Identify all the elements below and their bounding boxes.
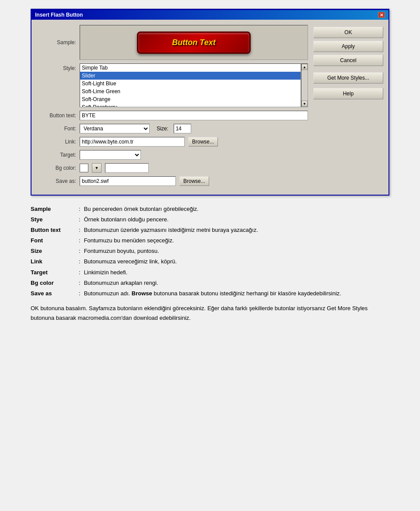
desc-term-font: Font <box>31 236 79 245</box>
save-as-browse-button[interactable]: Browse... <box>179 176 209 186</box>
desc-target: Target : Linkimizin hedefi. <box>31 268 389 277</box>
style-item-soft-light-blue[interactable]: Soft-Light Blue <box>80 80 301 88</box>
sample-row: Sample: Button Text <box>37 25 308 60</box>
desc-term-button-text: Button text <box>31 225 79 235</box>
desc-def-button-text: Butonumuzun üzeride yazmasını istediğimi… <box>84 225 389 235</box>
color-dropdown-button[interactable]: ▼ <box>92 163 102 173</box>
desc-def-bg-color: Butonumuzun arkaplan rengi. <box>84 278 389 288</box>
desc-def-save-as: Butonumuzun adı. Browse butonuna basarak… <box>84 289 389 298</box>
link-browse-button[interactable]: Browse... <box>188 137 218 147</box>
dialog-body: Sample: Button Text Style: Simple Tab Sl… <box>32 20 388 195</box>
desc-colon-save-as: : <box>79 289 80 298</box>
bg-color-label: Bg color: <box>37 165 76 171</box>
save-as-row: Save as: Browse... <box>37 176 308 186</box>
close-button[interactable]: ✕ <box>378 12 385 18</box>
style-scrollbar[interactable]: ▲ ▼ <box>301 63 308 107</box>
desc-def-target: Linkimizin hedefi. <box>84 268 389 277</box>
desc-def-size: Fontumuzun boyutu, puntosu. <box>84 246 389 256</box>
desc-colon-target: : <box>79 268 80 277</box>
desc-def-stye: Örnek butonların olduğu pencere. <box>84 215 389 224</box>
style-item-slider[interactable]: Slider <box>80 72 301 80</box>
desc-term-sample: Sample <box>31 204 79 214</box>
preview-button-text: Button Text <box>172 38 215 47</box>
sample-label: Sample: <box>37 39 76 46</box>
desc-term-bg-color: Bg color <box>31 278 79 288</box>
desc-button-text: Button text : Butonumuzun üzeride yazmas… <box>31 225 389 235</box>
cancel-button[interactable]: Cancel <box>313 55 383 66</box>
font-label: Font: <box>37 126 76 132</box>
style-list-inner: Simple Tab Slider Soft-Light Blue Soft-L… <box>80 64 301 107</box>
style-listbox[interactable]: Simple Tab Slider Soft-Light Blue Soft-L… <box>80 63 301 107</box>
style-item-simple-tab[interactable]: Simple Tab <box>80 64 301 72</box>
style-item-soft-orange[interactable]: Soft-Orange <box>80 95 301 103</box>
desc-term-stye: Stye <box>31 215 79 224</box>
get-more-styles-button[interactable]: Get More Styles... <box>313 72 383 84</box>
dialog-titlebar: Insert Flash Button ✕ <box>32 10 388 20</box>
style-item-soft-lime-green[interactable]: Soft-Lime Green <box>80 88 301 95</box>
size-input[interactable] <box>174 124 191 133</box>
desc-term-link: Link <box>31 257 79 266</box>
desc-colon-link: : <box>79 257 80 266</box>
size-label: Size: <box>157 126 168 132</box>
desc-def-sample: Bu pencereden örnek butonları görebilece… <box>84 204 389 214</box>
scroll-down-arrow[interactable]: ▼ <box>301 101 308 107</box>
desc-term-save-as: Save as <box>31 289 79 298</box>
font-row: Font: Verdana Arial Times New Roman Size… <box>37 124 308 133</box>
desc-colon-size: : <box>79 246 80 256</box>
apply-button[interactable]: Apply <box>313 41 383 52</box>
font-select[interactable]: Verdana Arial Times New Roman <box>80 124 150 133</box>
dialog-left-panel: Sample: Button Text Style: Simple Tab Sl… <box>37 25 308 189</box>
save-as-input[interactable] <box>80 176 176 186</box>
desc-colon-sample: : <box>79 204 80 214</box>
desc-stye: Stye : Örnek butonların olduğu pencere. <box>31 215 389 224</box>
save-as-label: Save as: <box>37 178 76 184</box>
style-row: Style: Simple Tab Slider Soft-Light Blue… <box>37 63 308 107</box>
footer-paragraph: OK butonuna basalım. Sayfamıza butonları… <box>31 304 389 323</box>
scroll-up-arrow[interactable]: ▲ <box>301 64 308 70</box>
ok-button[interactable]: OK <box>313 27 383 38</box>
button-text-row: Button text: <box>37 111 308 120</box>
style-label: Style: <box>37 63 76 71</box>
color-swatch[interactable] <box>80 164 88 172</box>
desc-bg-color: Bg color : Butonumuzun arkaplan rengi. <box>31 278 389 288</box>
desc-link: Link : Butonumuza vereceğimiz link, köpr… <box>31 257 389 266</box>
button-text-input[interactable] <box>80 111 308 120</box>
desc-sample: Sample : Bu pencereden örnek butonları g… <box>31 204 389 214</box>
desc-colon-stye: : <box>79 215 80 224</box>
desc-term-size: Size <box>31 246 79 256</box>
desc-term-target: Target <box>31 268 79 277</box>
browse-bold: Browse <box>132 290 152 297</box>
desc-font: Font : Fontumuzu bu menüden seçeceğiz. <box>31 236 389 245</box>
target-row: Target: _blank _self _parent _top <box>37 150 308 160</box>
bg-color-row: Bg color: ▼ <box>37 163 308 173</box>
help-button[interactable]: Help <box>313 88 383 99</box>
desc-size: Size : Fontumuzun boyutu, puntosu. <box>31 246 389 256</box>
desc-save-as: Save as : Butonumuzun adı. Browse butonu… <box>31 289 389 298</box>
link-label: Link: <box>37 139 76 145</box>
button-text-label: Button text: <box>37 112 76 119</box>
link-input[interactable] <box>80 137 185 147</box>
dialog-right-panel: OK Apply Cancel Get More Styles... Help <box>313 25 383 189</box>
description-section: Sample : Bu pencereden örnek butonları g… <box>31 204 389 323</box>
target-label: Target: <box>37 152 76 158</box>
desc-colon-font: : <box>79 236 80 245</box>
flash-button-preview: Button Text <box>137 32 251 54</box>
style-item-soft-raspberry[interactable]: Soft-Raspberry <box>80 103 301 107</box>
desc-def-font: Fontumuzu bu menüden seçeceğiz. <box>84 236 389 245</box>
color-input[interactable] <box>105 163 149 173</box>
desc-def-link: Butonumuza vereceğimiz link, köprü. <box>84 257 389 266</box>
desc-colon-button-text: : <box>79 225 80 235</box>
dialog-title: Insert Flash Button <box>35 12 83 18</box>
target-select[interactable]: _blank _self _parent _top <box>80 150 141 160</box>
desc-colon-bg-color: : <box>79 278 80 288</box>
insert-flash-button-dialog: Insert Flash Button ✕ Sample: Button Tex… <box>31 9 389 196</box>
sample-preview-area: Button Text <box>80 25 308 60</box>
link-row: Link: Browse... <box>37 137 308 147</box>
